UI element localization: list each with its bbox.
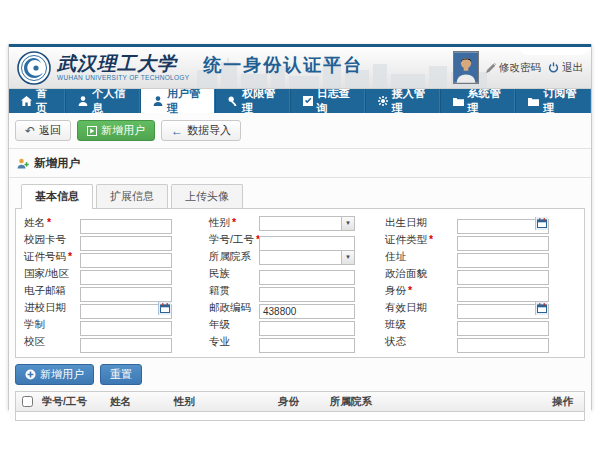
field-label-postal-code: 邮政编码 [209,301,259,315]
user-table: 学号/工号姓名性别身份所属院系操作 [15,391,585,421]
grade-input[interactable] [259,321,355,336]
tab-extended-info[interactable]: 扩展信息 [96,184,168,208]
nav-item-label: 个人信息 [92,86,127,116]
table-header-cell-name: 姓名 [106,395,170,409]
nav-item-access-management[interactable]: 接入管理 [365,89,440,113]
id-number-input[interactable] [80,253,172,268]
data-import-button[interactable]: ← 数据导入 [161,120,241,141]
reset-button-label: 重置 [110,368,132,381]
logout-link[interactable]: 退出 [548,61,583,75]
back-button[interactable]: ↶ 返回 [15,120,71,141]
chevron-down-icon: ▾ [341,217,354,230]
section-header: 新增用户 [9,149,591,178]
postal-code-input[interactable] [259,304,355,319]
class-input[interactable] [457,321,549,336]
form-tabs: 基本信息扩展信息上传头像 [21,184,591,208]
major-input[interactable] [259,338,355,353]
add-user-button-label: 新增用户 [101,124,145,137]
field-label-major: 专业 [209,335,259,349]
required-asterisk: * [232,216,236,228]
email-input[interactable] [80,287,172,302]
field-label-native-place: 籍贯 [209,284,259,298]
pencil-icon [486,63,496,73]
country-region-input[interactable] [80,270,172,285]
change-password-link[interactable]: 修改密码 [486,61,541,75]
logout-label: 退出 [562,61,583,75]
campus-input[interactable] [80,338,172,353]
ethnicity-input[interactable] [259,270,355,285]
address-input[interactable] [457,253,549,268]
required-asterisk: * [408,284,412,296]
tab-upload-avatar[interactable]: 上传头像 [171,184,243,208]
native-place-input[interactable] [259,287,355,302]
tab-basic-info[interactable]: 基本信息 [21,184,93,209]
calendar-icon[interactable] [158,302,171,315]
student-staff-no-input[interactable] [259,236,355,251]
field-label-grade: 年级 [209,318,259,332]
status-input[interactable] [457,338,549,353]
import-arrow-icon: ← [171,126,183,136]
field-label-id-type: 证件类型* [385,233,457,247]
field-label-campus-card-no: 校园卡号 [24,233,80,247]
change-password-label: 修改密码 [499,61,541,75]
calendar-icon[interactable] [535,217,548,230]
table-header-cell-checkbox [16,396,38,407]
power-icon [548,62,559,73]
user-form: 姓名*性别*▾出生日期校园卡号学号/工号*证件类型*证件号码*所属院系▾住址国家… [24,215,584,350]
field-label-status: 状态 [385,335,457,349]
nav-item-user-management[interactable]: 用户管理 [140,89,215,113]
id-type-input[interactable] [457,236,549,251]
field-label-email: 电子邮箱 [24,284,80,298]
field-label-name: 姓名* [24,216,80,230]
platform-title: 统一身份认证平台 [203,53,363,77]
required-asterisk: * [47,216,51,228]
field-label-country-region: 国家/地区 [24,267,80,281]
select-value [260,222,263,233]
political-status-input[interactable] [457,270,549,285]
university-name: 武汉理工大学 [57,54,189,74]
add-user-submit-label: 新增用户 [40,368,84,381]
university-logo [17,51,51,85]
nav-item-label: 日志查询 [317,86,352,116]
department-select[interactable]: ▾ [259,250,355,265]
required-asterisk: * [429,233,433,245]
nav-item-system-management[interactable]: 系统管理 [440,89,516,113]
gender-select[interactable]: ▾ [259,216,355,231]
field-label-political-status: 政治面貌 [385,267,457,281]
name-input[interactable] [80,219,172,234]
select-all-checkbox[interactable] [22,396,33,407]
nav-item-label: 系统管理 [468,86,503,116]
back-button-label: 返回 [39,124,61,137]
field-label-gender: 性别* [209,216,259,230]
field-label-birth-date: 出生日期 [385,216,457,230]
home-icon [21,96,32,106]
user-icon [78,96,88,106]
nav-item-log-query[interactable]: 日志查询 [290,89,365,113]
field-label-student-staff-no: 学号/工号* [209,233,259,247]
add-user-button-top[interactable]: 新增用户 [77,120,155,141]
section-title: 新增用户 [34,156,80,171]
cloud-decoration [519,47,589,55]
campus-card-no-input[interactable] [80,236,172,251]
field-label-campus: 校区 [24,335,80,349]
data-import-label: 数据导入 [187,124,231,137]
table-header-cell-gender: 性别 [170,395,274,409]
calendar-icon[interactable] [535,302,548,315]
add-user-submit-button[interactable]: 新增用户 [15,364,94,385]
form-row: 证件号码*所属院系▾住址 [24,249,584,265]
nav-item-permission-management[interactable]: 权限管理 [215,89,290,113]
nav-item-subscription-management[interactable]: 订阅管理 [515,89,591,113]
field-label-ethnicity: 民族 [209,267,259,281]
form-row: 校园卡号学号/工号*证件类型* [24,232,584,248]
user-icon [153,96,163,106]
table-header-cell-identity: 身份 [274,395,326,409]
reset-button[interactable]: 重置 [100,364,142,385]
schooling-length-input[interactable] [80,321,172,336]
nav-item-home[interactable]: 首页 [9,89,65,113]
identity-input[interactable] [457,287,549,302]
field-label-identity: 身份* [385,284,457,298]
nav-item-personal-info[interactable]: 个人信息 [65,89,140,113]
field-label-id-number: 证件号码* [24,250,80,264]
table-header-cell-student-staff-no: 学号/工号 [38,395,106,409]
form-row: 国家/地区民族政治面貌 [24,266,584,282]
